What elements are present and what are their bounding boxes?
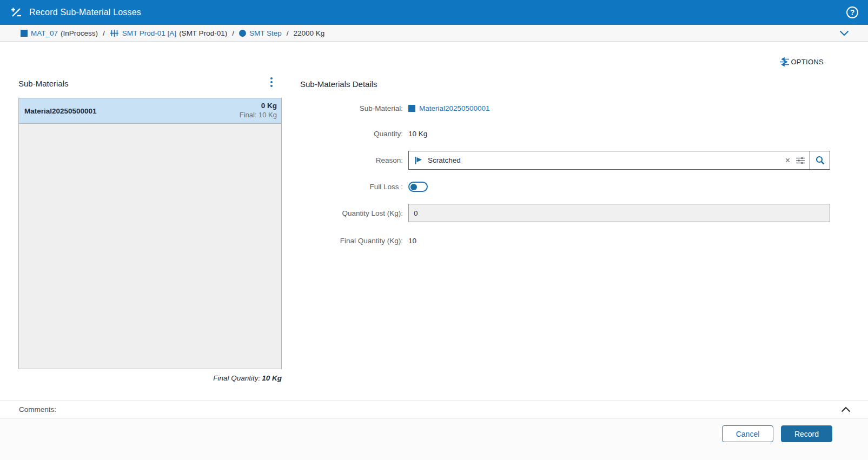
options-label: OPTIONS xyxy=(791,58,824,66)
options-sliders-icon xyxy=(779,57,790,66)
breadcrumb-quantity: 22000 Kg xyxy=(293,29,324,37)
quantity-lost-input[interactable] xyxy=(408,204,830,222)
comments-section[interactable]: Comments: xyxy=(0,401,868,418)
kebab-menu-icon[interactable] xyxy=(266,76,277,88)
breadcrumb-material-state: (InProcess) xyxy=(61,29,98,37)
quantity-row: Quantity: 10 Kg xyxy=(300,130,827,138)
sub-material-link[interactable]: Material20250500001 xyxy=(419,104,490,112)
breadcrumb-step-link[interactable]: SMT Step xyxy=(249,29,282,37)
record-button[interactable]: Record xyxy=(781,425,832,442)
comments-collapse-chevron-up-icon[interactable] xyxy=(841,406,851,412)
help-icon[interactable]: ? xyxy=(846,6,858,18)
sub-material-label: Sub-Material: xyxy=(300,104,403,112)
options-button[interactable]: OPTIONS xyxy=(779,57,824,66)
clear-icon[interactable]: × xyxy=(781,156,794,165)
final-quantity-value: 10 Kg xyxy=(262,374,282,382)
quantity-label: Quantity: xyxy=(300,130,403,138)
footer-action-bar: Cancel Record xyxy=(0,419,868,460)
breadcrumb: MAT_07 (InProcess) / SMT Prod-01 [A] (SM… xyxy=(0,25,868,42)
step-circle-icon xyxy=(239,30,246,37)
cancel-button[interactable]: Cancel xyxy=(722,425,773,442)
list-item-lost-quantity: 0 Kg xyxy=(240,102,277,111)
title-bar: Record Sub-Material Losses ? xyxy=(0,0,868,25)
breadcrumb-separator: / xyxy=(232,29,234,37)
details-form: Sub-Material: Material20250500001 Quanti… xyxy=(300,101,827,245)
details-panel-title: Sub-Materials Details xyxy=(300,79,377,89)
breadcrumb-equipment-link[interactable]: SMT Prod-01 [A] xyxy=(122,29,176,37)
final-quantity-kg-value: 10 xyxy=(408,237,416,245)
sub-material-row: Sub-Material: Material20250500001 xyxy=(300,104,827,112)
quantity-lost-label: Quantity Lost (Kg): xyxy=(300,209,403,217)
reason-label: Reason: xyxy=(300,156,403,164)
material-square-icon xyxy=(408,105,415,112)
sub-materials-panel-title: Sub-Materials xyxy=(18,79,69,88)
list-item-name: Material20250500001 xyxy=(24,107,97,115)
breadcrumb-material-link[interactable]: MAT_07 xyxy=(31,29,58,37)
full-loss-row: Full Loss : xyxy=(300,182,827,192)
page-title: Record Sub-Material Losses xyxy=(29,8,141,17)
full-loss-label: Full Loss : xyxy=(300,183,403,191)
reason-value: Scratched xyxy=(428,156,781,164)
filter-sliders-icon[interactable] xyxy=(794,156,810,165)
loss-plus-minus-icon xyxy=(10,6,23,19)
reason-picker-field[interactable]: Scratched × xyxy=(408,151,830,170)
material-square-icon xyxy=(21,30,28,37)
breadcrumb-equipment-alias: (SMT Prod-01) xyxy=(179,29,227,37)
reason-row: Reason: Scratched × xyxy=(300,151,827,170)
full-loss-toggle[interactable] xyxy=(408,182,428,192)
quantity-value: 10 Kg xyxy=(408,130,427,138)
final-quantity-label: Final Quantity: xyxy=(213,374,260,382)
list-item[interactable]: Material20250500001 0 Kg Final: 10 Kg xyxy=(19,98,281,124)
breadcrumb-collapse-chevron-down-icon[interactable] xyxy=(839,30,849,36)
final-quantity-kg-label: Final Quantity (Kg): xyxy=(300,237,403,245)
reason-flag-icon xyxy=(414,156,423,165)
quantity-lost-row: Quantity Lost (Kg): xyxy=(300,204,827,222)
search-button[interactable] xyxy=(810,151,830,169)
equipment-icon xyxy=(110,29,119,37)
sub-materials-list: Material20250500001 0 Kg Final: 10 Kg xyxy=(18,98,282,369)
breadcrumb-separator: / xyxy=(103,29,105,37)
comments-label: Comments: xyxy=(19,405,56,414)
search-icon xyxy=(816,156,825,165)
final-quantity-summary: Final Quantity:10 Kg xyxy=(18,374,282,382)
record-sub-material-losses-window: Record Sub-Material Losses ? MAT_07 (InP… xyxy=(0,0,868,460)
final-quantity-row: Final Quantity (Kg): 10 xyxy=(300,237,827,245)
breadcrumb-separator: / xyxy=(287,29,289,37)
list-item-final-quantity: Final: 10 Kg xyxy=(240,111,277,119)
